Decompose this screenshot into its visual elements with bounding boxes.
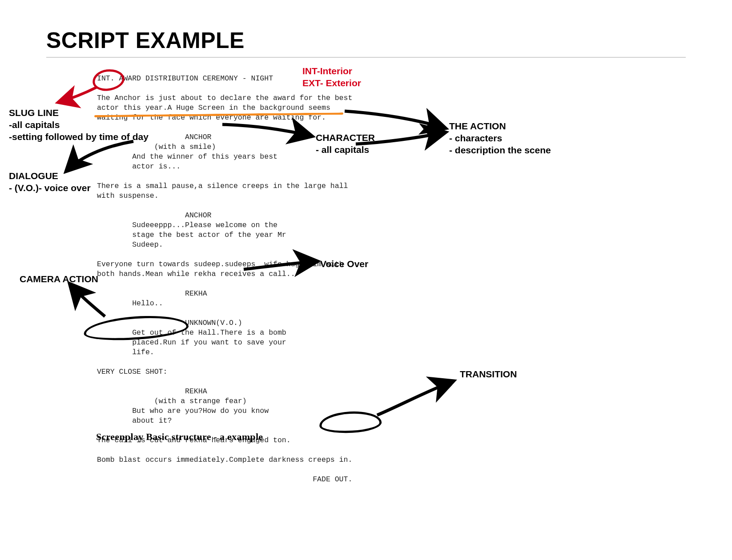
arrow-int-to-slugline bbox=[59, 87, 97, 102]
annotation-transition: TRANSITION bbox=[460, 368, 517, 380]
annotation-voice-over: Voice Over bbox=[320, 258, 368, 270]
annotation-camera: CAMERA ACTION bbox=[20, 273, 98, 285]
screenplay-caption: Screenplay Basic structure - a example bbox=[96, 431, 263, 443]
annotation-action: THE ACTION - characters - description th… bbox=[449, 120, 551, 156]
arrow-transition bbox=[377, 381, 453, 415]
title-divider bbox=[46, 57, 686, 58]
script-example-slide: SCRIPT EXAMPLE INT-Interior EXT- Exterio… bbox=[0, 0, 732, 560]
annotation-dialogue: DIALOGUE - (V.O.)- voice over bbox=[9, 170, 91, 194]
page-title: SCRIPT EXAMPLE bbox=[46, 28, 245, 53]
annotation-slug-line: SLUG LINE -all capitals -setting followe… bbox=[9, 107, 149, 143]
annotation-character: CHARACTER - all capitals bbox=[316, 132, 375, 156]
